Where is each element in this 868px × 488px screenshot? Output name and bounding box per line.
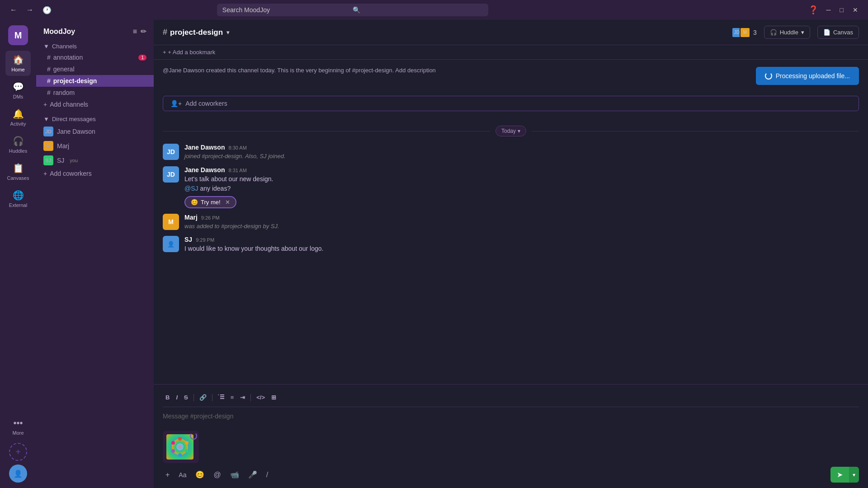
- sidebar: MoodJoy ≡ ✏ ▼ Channels # annotation 1 # …: [36, 20, 154, 488]
- processing-banner[interactable]: Processing uploaded file...: [756, 67, 859, 85]
- message-author-3[interactable]: Marj: [184, 214, 198, 221]
- message-group-4: 👤 SJ 9:29 PM I would like to know your t…: [163, 236, 859, 253]
- format-ordered-list-button[interactable]: 1.: [215, 392, 227, 403]
- member-count-number: 3: [753, 29, 757, 36]
- titlebar-navigation: ← → 🕐: [7, 4, 54, 16]
- format-bold-button[interactable]: B: [163, 392, 172, 403]
- message-input-placeholder: Message #project-design: [163, 413, 233, 420]
- svg-text:1.: 1.: [218, 394, 219, 396]
- sidebar-item-dms[interactable]: 💬 DMs: [5, 78, 31, 103]
- help-button[interactable]: ❓: [808, 5, 818, 15]
- add-bookmark-icon: +: [163, 49, 166, 56]
- dm-name-sj: SJ: [57, 157, 64, 164]
- video-button[interactable]: 📹: [227, 469, 242, 481]
- mention-button[interactable]: @: [211, 469, 223, 481]
- channel-chevron-icon[interactable]: ▾: [226, 29, 229, 36]
- member-avatars: JD M: [731, 27, 750, 38]
- channel-name-random: random: [53, 89, 75, 96]
- filter-button[interactable]: ≡: [133, 27, 137, 36]
- history-button[interactable]: 🕐: [40, 4, 54, 16]
- channels-section: ▼ Channels # annotation 1 # general # pr…: [36, 41, 154, 110]
- maximize-button[interactable]: □: [837, 5, 846, 14]
- dm-section-header[interactable]: ▼ Direct messages: [36, 114, 154, 124]
- channel-title: project-design: [170, 28, 223, 37]
- external-label: External: [9, 202, 27, 208]
- message-header-4: SJ 9:29 PM: [184, 236, 859, 243]
- message-author-1[interactable]: Jane Dawson: [184, 144, 225, 151]
- format-strikethrough-button[interactable]: S: [181, 392, 191, 403]
- channel-item-project-design[interactable]: # project-design: [36, 75, 154, 87]
- dm-item-jane[interactable]: JD Jane Dawson: [36, 124, 154, 139]
- slash-button[interactable]: /: [264, 469, 271, 481]
- external-icon: 🌐: [13, 190, 24, 201]
- message-input-area: B I S 🔗 1. ≡ ⇥ </> ⊞ Message #project-de…: [154, 384, 868, 488]
- add-coworkers-item[interactable]: + Add coworkers: [36, 168, 154, 179]
- format-indent-button[interactable]: ⇥: [237, 392, 248, 403]
- forward-button[interactable]: →: [24, 4, 36, 16]
- activity-icon: 🔔: [13, 108, 24, 119]
- send-button[interactable]: ➤: [830, 467, 849, 483]
- workspace-name[interactable]: MoodJoy: [43, 28, 75, 36]
- minimize-button[interactable]: ─: [824, 5, 834, 14]
- channels-section-label: Channels: [52, 43, 77, 50]
- search-bar[interactable]: Search MoodJoy 🔍: [217, 4, 488, 16]
- date-divider: Today ▾: [163, 126, 859, 136]
- close-button[interactable]: ✕: [850, 5, 861, 14]
- attach-button[interactable]: +: [163, 469, 172, 481]
- sidebar-item-home[interactable]: 🏠 Home: [5, 51, 31, 76]
- user-avatar[interactable]: 👤: [9, 465, 27, 483]
- sidebar-item-huddles[interactable]: 🎧 Huddles: [5, 132, 31, 157]
- message-author-4[interactable]: SJ: [184, 236, 192, 243]
- sidebar-item-activity[interactable]: 🔔 Activity: [5, 105, 31, 130]
- emoji-button[interactable]: 😊: [193, 469, 207, 481]
- message-author-2[interactable]: Jane Dawson: [184, 166, 225, 174]
- date-pill[interactable]: Today ▾: [495, 126, 526, 136]
- message-input[interactable]: Message #project-design: [163, 411, 859, 427]
- format-link-button[interactable]: 🔗: [197, 392, 209, 403]
- huddle-button[interactable]: 🎧 Huddle ▾: [764, 26, 810, 39]
- dm-item-marj[interactable]: M Marj: [36, 139, 154, 153]
- back-button[interactable]: ←: [7, 4, 20, 16]
- hash-icon: #: [47, 54, 51, 61]
- send-dropdown-button[interactable]: ▾: [849, 467, 859, 483]
- huddles-label: Huddles: [9, 148, 27, 154]
- file-preview-container: [163, 431, 859, 463]
- text-format-button[interactable]: Aa: [176, 469, 189, 480]
- hash-icon: #: [47, 89, 51, 96]
- member-count[interactable]: JD M 3: [731, 27, 757, 38]
- add-workspace-button[interactable]: +: [9, 443, 27, 461]
- mention-sj[interactable]: @SJ: [184, 185, 198, 192]
- reaction-remove-icon[interactable]: ✕: [225, 199, 230, 206]
- format-code-button[interactable]: </>: [254, 392, 268, 403]
- svg-point-9: [178, 453, 182, 457]
- format-italic-button[interactable]: I: [173, 392, 180, 403]
- channel-item-annotation[interactable]: # annotation 1: [36, 52, 154, 63]
- message-content-1: Jane Dawson 8:30 AM joined #project-desi…: [184, 144, 859, 161]
- workspace-logo[interactable]: M: [8, 25, 28, 45]
- add-coworkers-person-icon: 👤+: [170, 100, 182, 107]
- channels-section-header[interactable]: ▼ Channels: [36, 41, 154, 52]
- message-text-1: joined #project-design. Also, SJ joined.: [184, 152, 859, 161]
- channel-item-random[interactable]: # random: [36, 87, 154, 99]
- reaction-try-me[interactable]: 😊 Try me! ✕: [184, 196, 236, 208]
- add-bookmark-label: + Add a bookmark: [168, 49, 215, 56]
- channel-item-general[interactable]: # general: [36, 63, 154, 75]
- add-coworkers-button[interactable]: 👤+ Add coworkers: [163, 96, 859, 111]
- dms-label: DMs: [13, 94, 24, 99]
- compose-button[interactable]: ✏: [141, 27, 146, 36]
- canvas-button[interactable]: 📄 Canvas: [817, 26, 859, 39]
- mic-button[interactable]: 🎤: [245, 469, 260, 481]
- message-text-3: was added to #project-design by SJ.: [184, 222, 859, 231]
- add-channels-item[interactable]: + Add channels: [36, 99, 154, 110]
- sidebar-item-external[interactable]: 🌐 External: [5, 186, 31, 211]
- dms-icon: 💬: [13, 81, 24, 92]
- format-more-button[interactable]: ⊞: [269, 392, 279, 403]
- format-unordered-list-button[interactable]: ≡: [228, 392, 237, 403]
- bookmark-bar[interactable]: + + Add a bookmark: [154, 45, 868, 60]
- message-header-3: Marj 9:26 PM: [184, 214, 859, 221]
- sidebar-item-canvases[interactable]: 📋 Canvases: [5, 159, 31, 184]
- svg-rect-2: [220, 398, 224, 399]
- sidebar-item-more[interactable]: ••• More: [5, 414, 31, 439]
- dm-avatar-sj: SJ: [43, 155, 53, 165]
- dm-item-sj[interactable]: SJ SJ you: [36, 153, 154, 168]
